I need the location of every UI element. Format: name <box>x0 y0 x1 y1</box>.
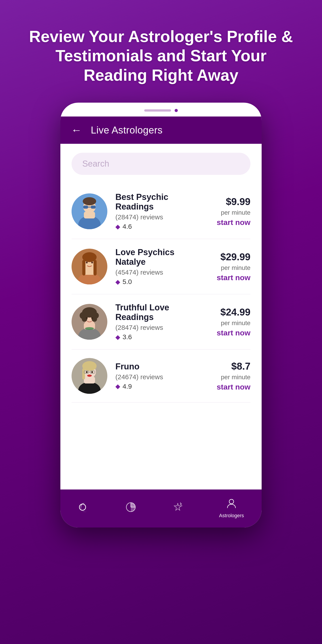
astrologer-info: Love Psychics Natalye (45474) reviews ◆ … <box>116 248 198 286</box>
astrologer-rating: ◆ 4.6 <box>116 223 198 230</box>
header-title: Live Astrologers <box>91 124 162 136</box>
nav-stars-icon <box>172 501 184 515</box>
astrologer-reviews: (45474) reviews <box>116 268 198 276</box>
nav-astrologers-icon <box>226 498 237 511</box>
svg-point-28 <box>85 327 94 330</box>
price-amount: $24.99 <box>220 306 250 318</box>
price-per-minute: per minute <box>221 264 250 272</box>
price-per-minute: per minute <box>221 209 250 216</box>
astrologer-reviews: (24674) reviews <box>116 373 198 381</box>
svg-point-47 <box>181 505 182 506</box>
search-input[interactable] <box>72 153 250 175</box>
back-button[interactable]: ← <box>71 125 82 136</box>
svg-point-41 <box>80 504 86 510</box>
phone-mockup: ← Live Astrologers <box>60 103 262 528</box>
svg-rect-34 <box>82 368 85 380</box>
avatar <box>72 358 107 394</box>
astrologer-price: $24.99 per minute start now <box>206 306 250 337</box>
rating-value: 5.0 <box>122 278 132 286</box>
astrologer-name: Fruno <box>116 362 198 372</box>
avatar <box>72 194 107 229</box>
svg-point-40 <box>87 374 92 377</box>
hero-title: Review Your Astrologer's Profile & Testi… <box>0 0 322 103</box>
app-header: ← Live Astrologers <box>60 116 262 144</box>
svg-point-16 <box>91 262 93 264</box>
start-now-button[interactable]: start now <box>217 382 250 391</box>
price-amount: $9.99 <box>226 196 250 207</box>
nav-item-astrologers[interactable]: Astrologers <box>219 498 244 518</box>
svg-point-7 <box>83 197 96 205</box>
price-amount: $29.99 <box>220 251 250 262</box>
astrologer-price: $29.99 per minute start now <box>206 251 250 282</box>
astrologer-reviews: (28474) reviews <box>116 324 198 332</box>
astrologer-rating: ◆ 5.0 <box>116 278 198 286</box>
rating-value: 4.6 <box>122 223 132 230</box>
avatar <box>72 304 107 340</box>
astrologer-info: Best Psychic Readings (28474) reviews ◆ … <box>116 192 198 230</box>
svg-point-49 <box>229 499 234 504</box>
nav-item-chart[interactable] <box>125 501 137 515</box>
svg-rect-3 <box>84 212 95 218</box>
diamond-icon: ◆ <box>116 278 120 286</box>
bottom-nav: Astrologers <box>60 490 262 528</box>
nav-item-stars[interactable] <box>172 501 184 515</box>
svg-rect-13 <box>82 260 86 276</box>
nav-astrologers-label: Astrologers <box>219 513 244 518</box>
nav-item-moon[interactable] <box>78 501 90 515</box>
svg-rect-14 <box>94 260 96 276</box>
astrologer-reviews: (28474) reviews <box>116 213 198 221</box>
svg-point-26 <box>86 317 88 319</box>
price-amount: $8.7 <box>231 361 250 372</box>
astrologer-name: Love Psychics Natalye <box>116 248 198 267</box>
list-item: Best Psychic Readings (28474) reviews ◆ … <box>72 184 250 239</box>
start-now-button[interactable]: start now <box>217 328 250 337</box>
astrologer-info: Truthful Love Readings (28474) reviews ◆… <box>116 303 198 341</box>
price-per-minute: per minute <box>221 374 250 381</box>
svg-point-36 <box>91 371 93 373</box>
svg-point-35 <box>86 371 88 373</box>
phone-top-bar <box>60 103 262 116</box>
nav-moon-icon <box>78 501 90 515</box>
svg-rect-32 <box>84 377 95 384</box>
phone-pill <box>144 109 171 112</box>
svg-point-48 <box>180 502 181 503</box>
list-item: Truthful Love Readings (28474) reviews ◆… <box>72 294 250 350</box>
svg-point-27 <box>91 317 93 319</box>
astrologer-list: Best Psychic Readings (28474) reviews ◆ … <box>72 184 250 402</box>
astrologer-name: Best Psychic Readings <box>116 192 198 212</box>
astrologer-name: Truthful Love Readings <box>116 303 198 322</box>
list-item: Love Psychics Natalye (45474) reviews ◆ … <box>72 239 250 294</box>
svg-point-46 <box>180 503 182 505</box>
rating-value: 3.6 <box>122 333 132 341</box>
astrologer-rating: ◆ 3.6 <box>116 333 198 341</box>
avatar <box>72 249 107 284</box>
app-body: Best Psychic Readings (28474) reviews ◆ … <box>60 144 262 490</box>
astrologer-rating: ◆ 4.9 <box>116 382 198 390</box>
diamond-icon: ◆ <box>116 334 120 341</box>
astrologer-price: $9.99 per minute start now <box>206 196 250 227</box>
svg-point-15 <box>86 262 88 264</box>
diamond-icon: ◆ <box>116 223 120 230</box>
start-now-button[interactable]: start now <box>217 218 250 227</box>
price-per-minute: per minute <box>221 320 250 327</box>
astrologer-info: Fruno (24674) reviews ◆ 4.9 <box>116 362 198 390</box>
svg-rect-5 <box>91 206 96 209</box>
svg-rect-4 <box>83 206 88 209</box>
nav-chart-icon <box>125 501 137 515</box>
rating-value: 4.9 <box>122 382 132 390</box>
list-item: Fruno (24674) reviews ◆ 4.9 $8.7 per min… <box>72 350 250 402</box>
start-now-button[interactable]: start now <box>217 273 250 282</box>
astrologer-price: $8.7 per minute start now <box>206 361 250 391</box>
diamond-icon: ◆ <box>116 382 120 390</box>
phone-dot <box>175 109 178 112</box>
